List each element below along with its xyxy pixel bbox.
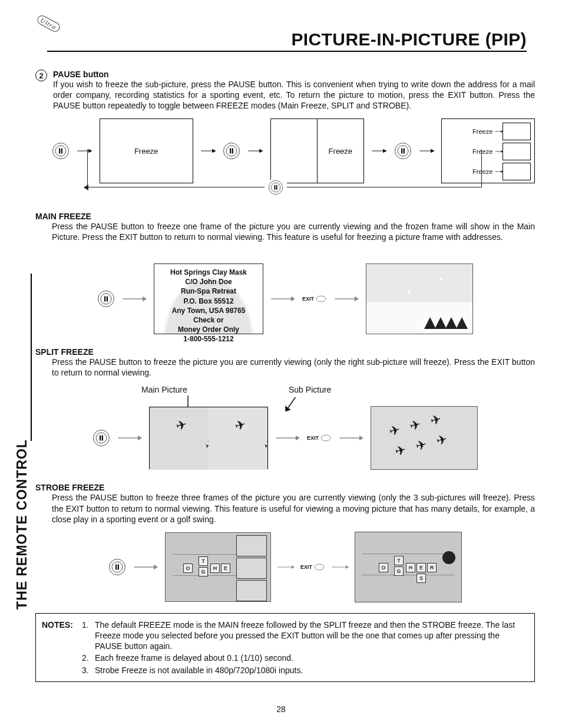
arrow-right-icon [371, 147, 387, 155]
page-number: 28 [0, 704, 562, 714]
svg-rect-35 [107, 296, 108, 301]
strobe-freeze-body: Press the PAUSE button to freeze three f… [52, 492, 535, 525]
section-pause: 2 PAUSE button If you wish to freeze the… [35, 70, 535, 111]
pause-body: If you wish to freeze the sub-picture, p… [53, 79, 535, 111]
strobe-freeze-flow: O T G H E EXIT O T G H [35, 532, 535, 602]
sidebar-rule [31, 274, 32, 441]
strobe-freeze-heading: STROBE FREEZE [35, 483, 535, 492]
pause-icon [394, 142, 412, 160]
svg-rect-50 [102, 436, 103, 441]
notes-label: NOTES: [42, 620, 80, 652]
notes-box: NOTES: 1. The default FREEZE mode is the… [35, 613, 535, 682]
svg-rect-18 [401, 148, 402, 153]
svg-marker-54 [296, 436, 300, 440]
jets-photo-sub [209, 407, 267, 470]
arrow-right-icon [121, 295, 148, 303]
track-strobe-photo: O T G H E [165, 532, 271, 602]
arrow-right-icon [419, 147, 435, 155]
arrow-right-icon [247, 147, 263, 155]
svg-point-29 [271, 183, 280, 192]
cycle-return-arrow [52, 181, 500, 202]
svg-marker-13 [259, 149, 263, 153]
exit-button-icon: EXIT [300, 561, 325, 573]
freeze-mode-strobe: Freeze Freeze Freeze [441, 118, 535, 183]
arrow-right-icon [495, 169, 503, 174]
svg-marker-63 [154, 565, 158, 569]
note-text: Strobe Freeze is not available in 480p/7… [95, 665, 528, 676]
svg-point-66 [315, 564, 324, 570]
freeze-label: Freeze [472, 128, 492, 135]
svg-point-48 [96, 433, 107, 443]
svg-point-1 [55, 146, 66, 156]
jets-photo-main [150, 407, 209, 470]
split-freeze-body: Press the PAUSE button to freeze the pic… [52, 357, 535, 378]
sub-picture-label: Sub Picture [289, 385, 331, 394]
svg-rect-30 [274, 185, 275, 190]
svg-rect-10 [230, 148, 231, 153]
card-line: C/O John Doe [185, 277, 232, 286]
page-title: PICTURE-IN-PICTURE (PIP) [47, 29, 527, 50]
pause-icon [52, 142, 70, 160]
svg-rect-2 [59, 148, 60, 153]
svg-marker-65 [292, 565, 295, 569]
document-page: Ultra PICTURE-IN-PICTURE (PIP) THE REMOT… [0, 0, 562, 728]
freeze-label: Freeze [134, 146, 158, 155]
svg-marker-42 [355, 297, 359, 301]
arrow-right-icon [277, 563, 295, 571]
svg-rect-34 [104, 296, 105, 301]
split-picture-box [149, 407, 268, 469]
main-freeze-flow: Hot Springs Clay Mask C/O John Doe Run-S… [35, 263, 535, 334]
freeze-label: Freeze [329, 146, 352, 155]
content-area: 2 PAUSE button If you wish to freeze the… [35, 70, 535, 682]
card-line: Run-Spa Retreat [181, 286, 236, 296]
svg-marker-25 [501, 150, 504, 152]
card-line: Money Order Only [178, 325, 239, 334]
svg-marker-5 [88, 149, 92, 153]
svg-point-55 [321, 435, 330, 441]
card-line: 1-800-555-1212 [183, 334, 233, 344]
pause-icon [223, 142, 240, 160]
arrow-right-icon [132, 563, 159, 571]
svg-rect-3 [61, 148, 62, 153]
winter-scene-photo [366, 263, 473, 334]
arrow-right-icon [269, 295, 296, 303]
svg-rect-49 [100, 436, 101, 441]
track-full-photo: O T G H E R S [355, 532, 462, 602]
svg-point-33 [101, 294, 111, 304]
svg-marker-52 [138, 436, 142, 440]
arrow-right-icon [77, 147, 92, 155]
svg-rect-11 [232, 148, 233, 153]
svg-marker-57 [359, 436, 363, 440]
freeze-mode-main: Freeze [100, 118, 193, 183]
header-bar: PICTURE-IN-PICTURE (PIP) [47, 29, 527, 52]
svg-point-40 [316, 296, 326, 302]
note-num: 2. [82, 653, 92, 663]
card-line: Any Town, USA 98765 [172, 306, 246, 315]
exit-button-icon: EXIT [307, 432, 332, 444]
main-freeze-heading: MAIN FREEZE [35, 212, 535, 221]
arrow-right-icon [338, 434, 365, 442]
freeze-mode-cycle: Freeze Freeze [52, 118, 535, 183]
freeze-label: Freeze [472, 148, 492, 155]
sidebar-section-label: THE REMOTE CONTROL [14, 439, 31, 610]
card-line: Check or [193, 315, 223, 325]
step-number-2: 2 [35, 70, 47, 81]
split-freeze-flow: Main Picture Sub Picture EXIT [35, 386, 535, 470]
pause-icon [268, 180, 283, 195]
exit-button-icon: EXIT [302, 293, 327, 305]
card-line: P.O. Box 55512 [183, 297, 233, 306]
pause-icon [108, 558, 126, 576]
arrow-right-icon [274, 434, 301, 442]
pause-icon [97, 290, 115, 308]
svg-point-9 [226, 146, 237, 156]
card-line: Hot Springs Clay Mask [170, 268, 247, 277]
svg-marker-7 [212, 149, 216, 153]
address-card: Hot Springs Clay Mask C/O John Doe Run-S… [154, 263, 263, 334]
arrow-right-icon [333, 295, 360, 303]
note-text: Each freeze frame is delayed about 0.1 (… [95, 653, 528, 663]
main-freeze-body: Press the PAUSE button to freeze one fra… [52, 221, 535, 242]
pause-heading: PAUSE button [53, 70, 535, 79]
svg-rect-19 [403, 148, 404, 153]
main-picture-label: Main Picture [141, 385, 187, 394]
svg-rect-60 [115, 564, 117, 569]
